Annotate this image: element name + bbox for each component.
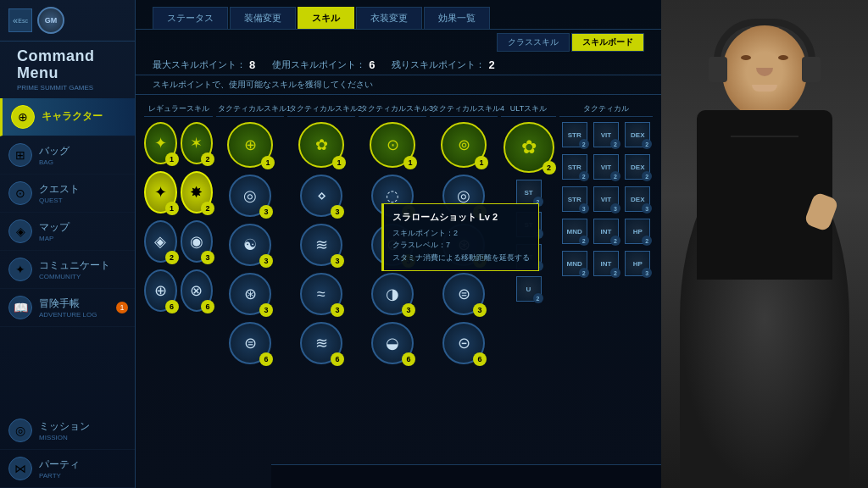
journal-sublabel: ADVENTURE LOG: [39, 311, 97, 319]
sub-tab-skill-board[interactable]: スキルボード: [571, 33, 644, 52]
stat-mnd2[interactable]: MND2: [562, 251, 587, 276]
stat-mnd[interactable]: MND2: [562, 219, 587, 244]
skill-hint: スキルポイントで、使用可能なスキルを獲得してください: [136, 75, 661, 95]
skill-tooltip: スラロームショット Lv 2 スキルポイント：2 クラスレベル：7 スタミナ消費…: [381, 203, 539, 271]
skill-node[interactable]: ≋ 6: [300, 322, 342, 364]
skill-tree-area: レギュラースキル ✦ 1 ✶ 2 ✦ 1 ✸: [136, 95, 661, 459]
map-icon: ◈: [8, 219, 32, 243]
skill-node[interactable]: ◉ 3: [181, 220, 214, 263]
skill-node[interactable]: ≋ 3: [300, 224, 342, 266]
quest-label: クエスト: [39, 182, 80, 197]
webcam-area: [661, 0, 868, 488]
quest-icon: ⊙: [8, 181, 32, 205]
skill-node[interactable]: ✿ 1: [298, 122, 344, 168]
stat-vit2[interactable]: VIT2: [593, 154, 619, 180]
stat-int2[interactable]: INT2: [593, 251, 619, 276]
journal-badge: 1: [116, 302, 128, 313]
column-tactical3: タクティカルスキル3 ⊙ 1 ◌ 3 ⊘ 3: [359, 102, 426, 452]
tab-equipment[interactable]: 装備変更: [230, 7, 296, 29]
sidebar: « Esc GM CommandMenu PRIME SUMMIT GAMES …: [0, 0, 136, 488]
skill-node[interactable]: ◑ 3: [371, 273, 414, 315]
skill-node[interactable]: ⊗ 6: [181, 269, 214, 312]
quest-sublabel: QUEST: [39, 197, 80, 204]
character-label: キャラクター: [42, 109, 103, 124]
skill-node[interactable]: ⊜ 6: [229, 322, 271, 364]
stat-vit[interactable]: VIT2: [593, 122, 619, 147]
skill-node[interactable]: ⊙ 1: [370, 122, 415, 168]
skill-node[interactable]: ⊚ 1: [441, 122, 487, 168]
skill-node[interactable]: ⊛ 3: [229, 273, 271, 315]
tooltip-title: スラロームショット Lv 2: [392, 211, 530, 224]
tab-costume[interactable]: 衣装変更: [356, 7, 422, 29]
stat-dex3[interactable]: DEX3: [625, 186, 650, 212]
skill-node-highlighted[interactable]: ✦ 1: [144, 171, 177, 214]
stat-node-st1[interactable]: ST2: [516, 180, 542, 205]
party-sublabel: PARTY: [39, 472, 80, 480]
stat-str3[interactable]: STR3: [562, 186, 587, 212]
sidebar-item-mission[interactable]: ◎ ミッション MISSION: [0, 412, 135, 450]
mission-label: ミッション: [39, 419, 90, 434]
sidebar-title-block: CommandMenu PRIME SUMMIT GAMES: [0, 42, 135, 98]
community-label: コミュニケート: [39, 258, 110, 273]
map-sublabel: MAP: [39, 235, 70, 242]
skill-node[interactable]: ☯ 3: [229, 224, 271, 266]
back-button[interactable]: « Esc: [8, 8, 32, 32]
sub-tabs: クラススキル スキルボード: [136, 30, 661, 55]
skill-points-bar: 最大スキルポイント： 8 使用スキルポイント： 6 残りスキルポイント： 2: [136, 55, 661, 75]
main-content: ステータス 装備変更 スキル 衣装変更 効果一覧 クラススキル スキルボード 最…: [136, 0, 661, 488]
column-regular: レギュラースキル ✦ 1 ✶ 2 ✦ 1 ✸: [144, 102, 213, 452]
skill-node[interactable]: ⊕ 6: [144, 269, 177, 312]
party-label: パーティ: [39, 458, 80, 472]
sub-tab-class-skill[interactable]: クラススキル: [497, 33, 570, 52]
skill-node[interactable]: ⊜ 3: [442, 273, 485, 315]
bag-label: バッグ: [39, 144, 70, 158]
skill-node[interactable]: ⊕ 1: [227, 122, 273, 168]
tab-skill[interactable]: スキル: [298, 7, 354, 29]
sidebar-item-journal[interactable]: 📖 冒険手帳 ADVENTURE LOG 1: [0, 289, 135, 327]
tab-status[interactable]: ステータス: [153, 7, 228, 29]
stat-str2[interactable]: STR2: [562, 154, 587, 180]
community-sublabel: COMMUNITY: [39, 273, 110, 280]
community-icon: ✦: [8, 258, 32, 281]
column-tactical2: タクティカルスキル2 ✿ 1 ⋄ 3 ≋ 3: [287, 102, 355, 452]
skill-node[interactable]: ⊝ 6: [442, 322, 485, 364]
sidebar-item-quest[interactable]: ⊙ クエスト QUEST: [0, 175, 135, 213]
skill-node[interactable]: ✶ 2: [181, 122, 214, 164]
sidebar-item-community[interactable]: ✦ コミュニケート COMMUNITY: [0, 251, 135, 289]
stat-str[interactable]: STR2: [562, 122, 587, 147]
skill-node[interactable]: ⋄ 3: [300, 175, 342, 217]
webcam-image: [661, 0, 868, 488]
stat-vit3[interactable]: VIT3: [593, 186, 619, 212]
stat-hp2[interactable]: HP3: [625, 251, 650, 276]
sp-max: 最大スキルポイント： 8: [153, 58, 255, 71]
sidebar-item-map[interactable]: ◈ マップ MAP: [0, 213, 135, 251]
tab-effects[interactable]: 効果一覧: [424, 7, 490, 29]
journal-icon: 📖: [8, 296, 32, 319]
column-ult: ULTスキル ✿ 2 ST2 ST2 ST3 U2: [501, 102, 556, 452]
party-icon: ⋈: [8, 457, 32, 480]
stat-dex[interactable]: DEX2: [625, 122, 650, 147]
person-body: [697, 110, 832, 280]
map-label: マップ: [39, 220, 70, 235]
column-stats: タクティカル STR2 VIT2 DEX2 STR2 VIT2 DEX2 STR…: [559, 102, 653, 452]
skill-node[interactable]: ✦ 1: [144, 122, 177, 164]
skill-node[interactable]: ◒ 6: [371, 322, 414, 364]
stat-int[interactable]: INT2: [593, 219, 619, 244]
stat-node-u[interactable]: U2: [516, 276, 542, 302]
sidebar-item-party[interactable]: ⋈ パーティ PARTY: [0, 450, 135, 488]
skill-node[interactable]: ◎ 3: [229, 175, 271, 217]
skill-node-highlighted2[interactable]: ✸ 2: [181, 171, 214, 214]
person-silhouette: [661, 0, 868, 488]
skill-node-ult[interactable]: ✿ 2: [504, 122, 554, 173]
sidebar-item-character[interactable]: ⊕ キャラクター: [0, 98, 135, 136]
sidebar-header: « Esc GM: [0, 0, 135, 42]
mission-icon: ◎: [8, 419, 32, 442]
stat-dex2[interactable]: DEX2: [625, 154, 650, 180]
sidebar-item-bag[interactable]: ⊞ バッグ BAG: [0, 136, 135, 175]
stat-hp[interactable]: HP2: [625, 219, 650, 244]
column-tactical4: タクティカルスキル4 ⊚ 1 ◎ 3 ⊛ 3: [430, 102, 498, 452]
bag-icon: ⊞: [8, 143, 32, 167]
column-tactical1: タクティカルスキル1 ⊕ 1 ◎ 3 ☯ 3: [216, 102, 284, 452]
skill-node[interactable]: ◈ 2: [144, 220, 177, 263]
skill-node[interactable]: ≈ 3: [300, 273, 342, 315]
